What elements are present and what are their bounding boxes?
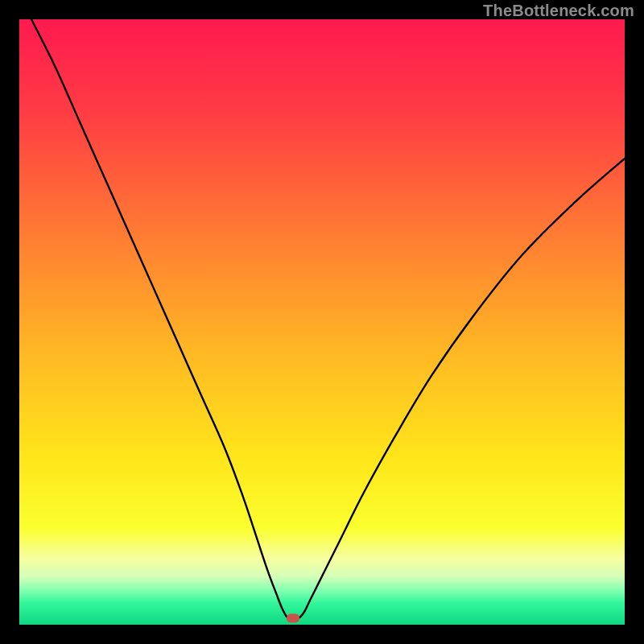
bottleneck-curve <box>19 19 625 625</box>
optimal-point-marker <box>287 614 299 623</box>
outer-frame: TheBottleneck.com <box>0 0 644 644</box>
plot-area <box>19 19 625 625</box>
watermark-text: TheBottleneck.com <box>483 2 634 20</box>
